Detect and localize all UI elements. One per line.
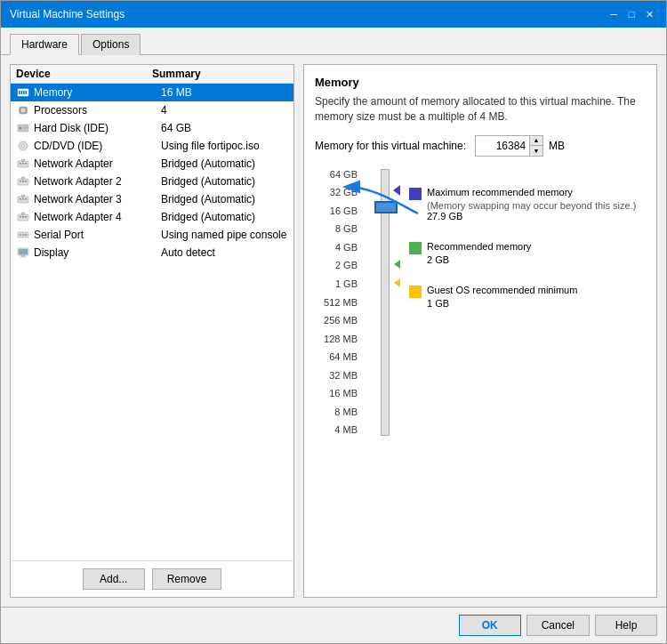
device-name-serial: Serial Port [34, 229, 161, 241]
device-name-nic1: Network Adapter [34, 157, 161, 170]
device-row-nic1[interactable]: Network Adapter Bridged (Automatic) [11, 155, 293, 173]
dialog-title: Virtual Machine Settings [10, 8, 125, 20]
svg-rect-32 [25, 198, 27, 200]
svg-rect-38 [22, 213, 25, 215]
device-row-nic2[interactable]: Network Adapter 2 Bridged (Automatic) [11, 173, 293, 190]
memory-input-row: Memory for this virtual machine: ▲ ▼ MB [315, 135, 646, 157]
memory-spin-up[interactable]: ▲ [530, 136, 542, 146]
col-summary-header: Summary [152, 68, 288, 80]
device-row-memory[interactable]: Memory 16 MB [11, 84, 293, 101]
svg-rect-28 [22, 177, 25, 180]
device-row-processors[interactable]: Processors 4 [11, 101, 293, 119]
label-8gb: 8 GB [315, 223, 358, 234]
svg-rect-15 [23, 127, 28, 128]
guest-min-indicator [391, 278, 400, 287]
device-row-nic3[interactable]: Network Adapter 3 Bridged (Automatic) [11, 190, 293, 208]
device-name-memory: Memory [34, 86, 161, 99]
tab-hardware[interactable]: Hardware [10, 34, 79, 55]
device-list-panel: Device Summary Memory 16 MB Proce [10, 64, 294, 598]
svg-rect-16 [23, 129, 26, 130]
svg-point-18 [22, 145, 25, 148]
max-recommended-value: 27.9 GB [427, 211, 646, 221]
memory-settings-box: Memory Specify the amount of memory allo… [303, 64, 657, 598]
device-name-processors: Processors [34, 104, 161, 117]
recommended-label: Recommended memory [427, 241, 531, 252]
col-device-header: Device [16, 68, 152, 80]
label-512mb: 512 MB [315, 297, 358, 308]
memory-slider-thumb[interactable] [374, 201, 398, 213]
memory-value-input[interactable] [476, 136, 529, 156]
remove-button[interactable]: Remove [152, 568, 222, 590]
cd-icon [16, 139, 30, 153]
legend-guest-min: Guest OS recommended minimum 1 GB [409, 285, 646, 309]
main-content: Device Summary Memory 16 MB Proce [1, 55, 666, 607]
device-summary-serial: Using named pipe console [161, 229, 288, 241]
device-name-display: Display [34, 246, 161, 259]
device-summary-hdd: 64 GB [161, 122, 288, 134]
close-button[interactable]: ✕ [641, 6, 657, 22]
left-panel-buttons: Add... Remove [11, 560, 293, 597]
svg-rect-20 [20, 163, 21, 165]
recommended-indicator [391, 260, 400, 269]
device-summary-display: Auto detect [161, 246, 288, 259]
legend-max-recommended: Maximum recommended memory (Memory swapp… [409, 187, 646, 221]
svg-rect-25 [20, 181, 21, 182]
svg-rect-6 [21, 109, 25, 112]
svg-rect-2 [21, 91, 23, 94]
guest-min-label: Guest OS recommended minimum [427, 285, 577, 295]
device-summary-nic1: Bridged (Automatic) [161, 157, 288, 170]
minimize-button[interactable]: ─ [606, 6, 622, 22]
tab-options[interactable]: Options [81, 34, 141, 55]
display-icon [16, 246, 30, 260]
svg-rect-1 [19, 91, 20, 94]
title-bar: Virtual Machine Settings ─ □ ✕ [1, 1, 666, 28]
device-summary-nic4: Bridged (Automatic) [161, 211, 288, 223]
device-name-nic3: Network Adapter 3 [34, 193, 161, 205]
svg-rect-4 [26, 91, 28, 94]
device-list-header: Device Summary [11, 65, 293, 84]
label-128mb: 128 MB [315, 334, 358, 344]
label-16mb: 16 MB [315, 388, 358, 398]
svg-rect-23 [22, 159, 25, 162]
svg-rect-3 [23, 91, 25, 94]
mb-label: MB [549, 140, 565, 152]
section-title: Memory [315, 76, 646, 89]
memory-slider-track[interactable] [381, 169, 390, 436]
add-button[interactable]: Add... [83, 568, 145, 590]
svg-rect-33 [22, 195, 25, 197]
memory-spin-down[interactable]: ▼ [530, 146, 542, 156]
device-summary-nic3: Bridged (Automatic) [161, 193, 288, 205]
memory-icon [16, 85, 30, 100]
svg-rect-22 [25, 163, 27, 165]
tabs-bar: Hardware Options [1, 28, 666, 55]
cancel-button[interactable]: Cancel [526, 615, 590, 636]
label-8mb: 8 MB [315, 407, 358, 417]
svg-rect-44 [19, 249, 28, 254]
max-recommended-indicator [391, 185, 400, 196]
device-list: Memory 16 MB Processors 4 Hard Disk [11, 84, 293, 560]
device-name-nic2: Network Adapter 2 [34, 175, 161, 188]
slider-labels: 64 GB 32 GB 16 GB 8 GB 4 GB 2 GB 1 GB 51… [315, 169, 361, 436]
ok-button[interactable]: OK [459, 615, 521, 636]
device-row-cd[interactable]: CD/DVD (IDE) Using file fortipoc.iso [11, 137, 293, 155]
maximize-button[interactable]: □ [623, 6, 639, 22]
help-button[interactable]: Help [595, 615, 657, 636]
max-recommended-dot [409, 188, 422, 200]
hdd-icon [16, 121, 30, 135]
virtual-machine-settings-dialog: Virtual Machine Settings ─ □ ✕ Hardware … [0, 0, 667, 644]
svg-rect-35 [20, 216, 21, 218]
svg-rect-26 [22, 181, 24, 182]
device-row-nic4[interactable]: Network Adapter 4 Bridged (Automatic) [11, 208, 293, 226]
label-4gb: 4 GB [315, 242, 358, 253]
nic-icon-1 [16, 157, 30, 171]
svg-point-41 [22, 234, 24, 236]
device-row-serial[interactable]: Serial Port Using named pipe console [11, 226, 293, 244]
device-row-display[interactable]: Display Auto detect [11, 244, 293, 262]
memory-slider-area: 64 GB 32 GB 16 GB 8 GB 4 GB 2 GB 1 GB 51… [315, 169, 646, 436]
device-name-cd: CD/DVD (IDE) [34, 140, 161, 152]
device-row-hdd[interactable]: Hard Disk (IDE) 64 GB [11, 119, 293, 137]
svg-rect-31 [22, 198, 24, 200]
svg-rect-45 [21, 255, 25, 257]
svg-rect-27 [25, 181, 27, 182]
svg-rect-36 [22, 216, 24, 218]
